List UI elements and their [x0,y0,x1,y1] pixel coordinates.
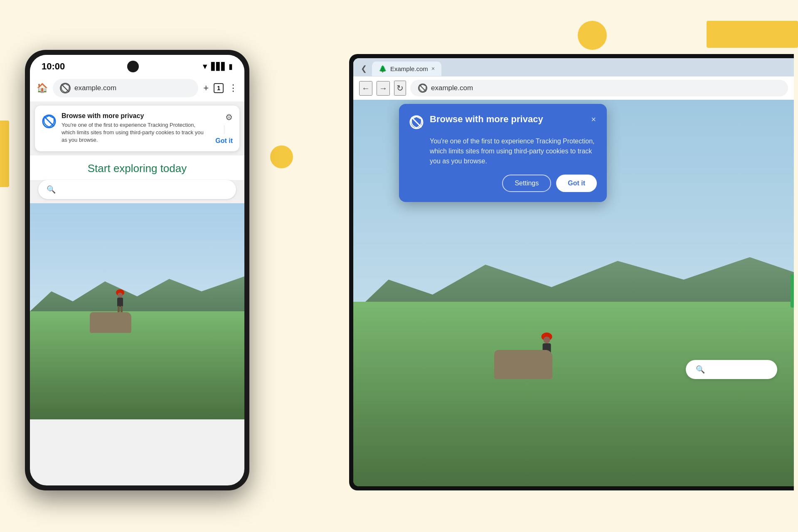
battery-icon: ▮ [229,62,233,71]
svg-point-5 [118,293,123,298]
tablet-notif-title: Browse with more privacy [430,114,584,125]
tablet-green-accent [791,274,794,308]
phone-time: 10:00 [42,61,65,72]
phone-search-bar[interactable]: 🔍 [38,180,236,199]
tablet-container: ❮ 🌲 Example.com × ← → ↻ e [349,54,798,511]
phone-address-bar: 🏠 example.com + 1 ⋮ [30,76,244,101]
tablet-got-it-button[interactable]: Got it [556,175,597,192]
phone-camera [127,61,139,72]
svg-point-12 [544,337,550,343]
phone-notif-body: You're one of the first to experience Tr… [62,121,207,144]
tab-favicon: 🌲 [379,65,387,73]
tablet-tab-bar: ❮ 🌲 Example.com × [353,58,794,76]
phone-icons: ▼ ▋▋▋ ▮ [201,62,233,71]
tablet-notif-close-icon[interactable]: × [590,114,597,125]
phone-screen: 10:00 ▼ ▋▋▋ ▮ 🏠 example.com [30,55,244,485]
phone-add-tab-icon[interactable]: + [203,83,209,94]
bg-rect-yellow [707,21,798,48]
tablet-tracking-icon [418,83,428,93]
phone-divider [224,126,224,134]
phone-container: 10:00 ▼ ▋▋▋ ▮ 🏠 example.com [12,50,262,507]
phone-got-it-button[interactable]: Got it [215,137,233,145]
signal-icon: ▋▋▋ [211,62,226,71]
tablet-screen: ❮ 🌲 Example.com × ← → ↻ e [353,58,794,486]
phone-landscape [30,203,244,419]
tablet-address-bar: ← → ↻ example.com [353,76,794,100]
phone-ground [30,311,244,419]
phone-notif-actions: ⚙ Got it [215,112,233,145]
tablet-forward-button[interactable]: → [377,81,390,96]
phone-body: 10:00 ▼ ▋▋▋ ▮ 🏠 example.com [25,50,249,490]
phone-notif-icon [42,114,57,131]
phone-tracking-icon [42,114,57,129]
tracking-protection-icon [59,82,71,94]
tablet-notif-header: Browse with more privacy × [409,114,597,131]
phone-status-bar: 10:00 ▼ ▋▋▋ ▮ [30,55,244,76]
tablet-active-tab[interactable]: 🌲 Example.com × [372,62,441,76]
tablet-ground [353,302,794,486]
phone-notif-content: Browse with more privacy You're one of t… [62,112,207,144]
tablet-tracking-protection-icon [409,115,424,130]
wifi-icon: ▼ [201,62,209,71]
bg-rect-left [0,121,9,187]
tablet-settings-button[interactable]: Settings [502,175,551,192]
tablet-cliff [494,350,552,379]
tablet-body: ❮ 🌲 Example.com × ← → ↻ e [349,54,794,490]
tablet-refresh-button[interactable]: ↻ [394,81,406,96]
bg-circle-yellow [578,21,607,50]
tablet-notif-icon [409,115,424,131]
phone-home-icon[interactable]: 🏠 [37,83,48,94]
bg-circle-mid [270,145,293,168]
tablet-page: Browse with more privacy × You're one of… [353,100,794,486]
tablet-back-button[interactable]: ← [359,81,372,96]
phone-cliff [90,312,131,333]
tablet-search-icon: 🔍 [696,365,705,374]
tablet-url-box[interactable]: example.com [410,80,788,96]
phone-search-icon: 🔍 [47,185,56,194]
tablet-url-text: example.com [431,84,473,92]
phone-tab-count[interactable]: 1 [214,83,224,93]
phone-url-input[interactable]: example.com [53,79,198,97]
phone-url-text: example.com [74,84,116,92]
tablet-notif-body: You're one of the first to experience Tr… [409,136,597,166]
tablet-search-bar[interactable]: 🔍 [686,360,777,379]
tab-title: Example.com [390,65,428,72]
phone-notif-title: Browse with more privacy [62,112,207,120]
phone-notification: Browse with more privacy You're one of t… [35,106,239,151]
phone-settings-icon[interactable]: ⚙ [225,112,233,122]
tablet-notification: Browse with more privacy × You're one of… [399,104,607,202]
phone-explore-text: Start exploring today [30,155,244,180]
tablet-tab-chevron[interactable]: ❮ [357,61,370,76]
phone-menu-icon[interactable]: ⋮ [229,83,238,94]
svg-rect-6 [117,298,123,307]
tab-close-icon[interactable]: × [431,65,435,72]
tablet-notif-actions: Settings Got it [409,175,597,192]
